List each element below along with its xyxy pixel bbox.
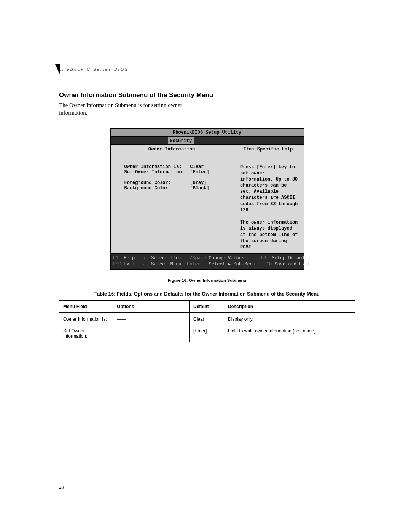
table-caption: Table 16: Fields, Options and Defaults f… (59, 291, 355, 297)
cell-description: Display only. (224, 313, 355, 325)
fields-table: Menu Field Options Default Description O… (59, 300, 355, 342)
table-header-row: Menu Field Options Default Description (59, 300, 355, 313)
bios-tab-security: Security (168, 137, 194, 144)
cell-description: Field to write owner information (i.e., … (224, 325, 355, 342)
cell-default: Clear (190, 313, 224, 325)
bios-left-header: Owner Information (111, 145, 233, 154)
running-head: LifeBook C Series BIOS (59, 64, 355, 72)
table-row: Owner Information Is:——ClearDisplay only… (59, 313, 355, 325)
cell-menu-field: Set Owner Information: (59, 325, 113, 342)
section-heading: Owner Information Submenu of the Securit… (59, 91, 355, 99)
bios-help-pane: Press [Enter] key to set owner informati… (237, 154, 303, 254)
bios-footer: F1 Help ↑↓ Select Item -/Space Change Va… (111, 254, 304, 269)
svg-marker-0 (55, 64, 60, 74)
bios-column-headers: Owner Information Item Specific Help (111, 144, 304, 154)
running-head-text: LifeBook C Series BIOS (59, 67, 129, 72)
th-default: Default (190, 300, 224, 313)
bios-right-header: Item Specific Help (233, 145, 303, 154)
cell-menu-field: Owner Information Is: (59, 313, 113, 325)
cell-default: [Enter] (190, 325, 224, 342)
table-row: Set Owner Information:——[Enter]Field to … (59, 325, 355, 342)
bios-tab-bar: Security (111, 137, 304, 144)
intro-paragraph: The Owner Information Submenu is for set… (59, 101, 204, 117)
head-triangle-icon (55, 64, 61, 78)
cell-options: —— (113, 325, 190, 342)
bios-fields-pane: Owner Information Is: Clear Set Owner In… (111, 154, 237, 254)
th-options: Options (113, 300, 190, 313)
document-page: LifeBook C Series BIOS Owner Information… (0, 0, 411, 532)
page-number: 28 (59, 484, 64, 490)
bios-title: PhoenixBIOS Setup Utility (111, 129, 304, 137)
bios-screenshot: PhoenixBIOS Setup Utility Security Owner… (110, 128, 304, 270)
th-description: Description (224, 300, 355, 313)
figure-caption: Figure 16. Owner Information Submenu (59, 278, 355, 283)
cell-options: —— (113, 313, 190, 325)
th-menu-field: Menu Field (59, 300, 113, 313)
bios-body: Owner Information Is: Clear Set Owner In… (111, 154, 304, 254)
